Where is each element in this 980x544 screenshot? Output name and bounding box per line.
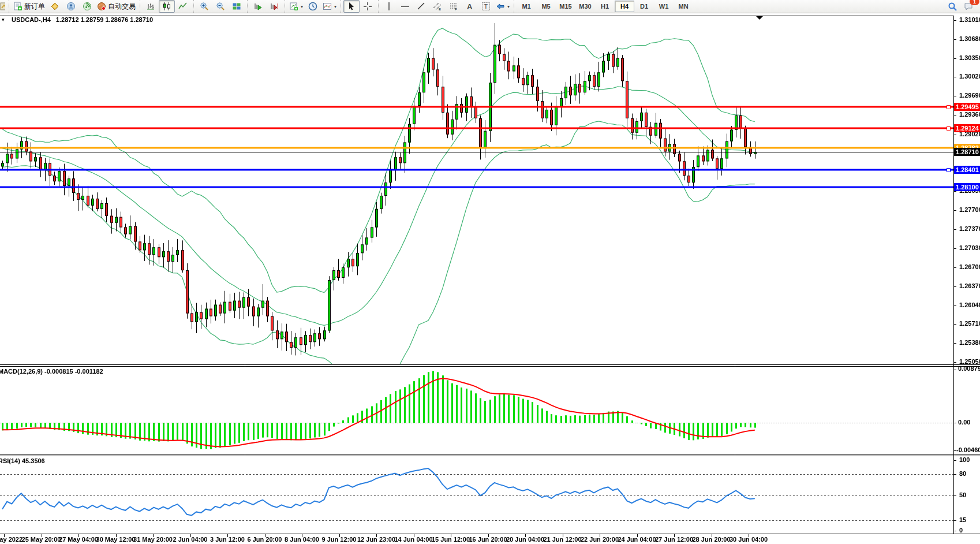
trendline-button[interactable] (413, 0, 429, 13)
auto-scroll-icon (253, 2, 263, 11)
price-axis-tick: 1.25380 (959, 339, 980, 346)
candlestick-chart-button[interactable] (159, 0, 175, 13)
timeframe-m30-button[interactable]: M30 (575, 1, 595, 12)
indicators-button[interactable]: ▾ (321, 0, 338, 13)
indicators-dropdown-arrow[interactable]: ▾ (334, 4, 336, 9)
macd-label: MACD(12,26,9) -0.000815 -0.001182 (0, 368, 103, 375)
price-axis-tick: 1.26700 (959, 263, 980, 270)
notifications-button[interactable]: 1 (960, 0, 977, 13)
terminal-window: 新订单 自动交易 (0, 0, 980, 544)
indicators-icon (323, 2, 332, 11)
time-axis-label: 25 May 20:00 (22, 536, 61, 543)
text-icon: A (465, 2, 474, 11)
time-axis-label: 12 Jun 23:00 (357, 536, 395, 543)
shapes-button[interactable]: ▾ (494, 0, 511, 13)
price-axis-tick: 1.27370 (959, 225, 980, 232)
clock-button[interactable] (305, 0, 321, 13)
timeframe-m5-button[interactable]: M5 (536, 1, 556, 12)
zoom-out-icon (216, 2, 225, 11)
price-axis-tick: 1.30350 (959, 54, 980, 61)
crosshair-button[interactable] (360, 0, 376, 13)
rsi-axis-tick: 0 (959, 527, 963, 534)
new-chart-button[interactable]: ▾ (287, 0, 305, 13)
signals-button[interactable] (79, 0, 95, 13)
text-button[interactable]: A (462, 0, 478, 13)
chart-title: USDCAD-,H41.28712 1.28759 1.28676 1.2871… (12, 16, 153, 23)
horizontal-line-icon (401, 2, 410, 11)
time-axis-label: 30 Jun 04:00 (730, 536, 768, 543)
macd-name: MACD(12,26,9) (0, 368, 43, 375)
rsi-axis-tick: 100 (959, 456, 970, 463)
price-line-label: 1.28100 (954, 183, 980, 191)
timeframe-d1-button[interactable]: D1 (634, 1, 654, 12)
bar-chart-icon (146, 2, 155, 11)
equidistant-channel-button[interactable]: E (429, 0, 446, 13)
bar-chart-button[interactable] (143, 0, 159, 13)
macd-axis-tick: 0.00 (958, 419, 970, 426)
text-label-button[interactable]: T (478, 0, 494, 13)
zoom-in-button[interactable] (196, 0, 212, 13)
gold-diamond-icon (50, 2, 59, 11)
cursor-button[interactable] (343, 0, 360, 13)
tile-windows-button[interactable] (229, 0, 245, 13)
macd-axis-tick: 0.008791 (958, 365, 980, 372)
price-axis-tick: 1.26370 (959, 282, 980, 289)
auto-scroll-button[interactable] (250, 0, 266, 13)
svg-text:E: E (439, 8, 441, 11)
time-axis-label: 22 Jun 20:00 (581, 536, 619, 543)
timeframe-h4-button[interactable]: H4 (615, 1, 634, 12)
chart-shift-button[interactable] (266, 0, 282, 13)
vertical-line-icon (384, 2, 394, 11)
toolbar-group-trade: 新订单 自动交易 (9, 0, 140, 13)
horizontal-line-button[interactable] (397, 0, 413, 13)
timeframe-m1-button[interactable]: M1 (517, 1, 536, 12)
new-order-icon (13, 2, 23, 11)
price-axis-tick: 1.25050 (959, 358, 980, 365)
community-button[interactable] (63, 0, 79, 13)
fibonacci-button[interactable]: F (446, 0, 462, 13)
price-line-label: 1.29124 (954, 124, 980, 132)
toolbar-group-cut (0, 0, 9, 13)
time-axis-label: 14 Jun 04:00 (394, 536, 432, 543)
new-chart-dropdown-arrow[interactable]: ▾ (301, 4, 303, 9)
chart-context-arrow-icon[interactable]: ▾ (2, 17, 5, 23)
line-chart-button[interactable] (175, 0, 191, 13)
rsi-name: RSI(14) (0, 457, 20, 464)
gold-button[interactable] (47, 0, 63, 13)
price-axis-tick: 1.30680 (959, 35, 980, 42)
time-axis-label: 6 Jun 20:00 (248, 536, 282, 543)
vertical-line-button[interactable] (381, 0, 397, 13)
rsi-axis-tick: 50 (959, 491, 966, 498)
toolbar-group-timeframes: M1 M5 M15 M30 H1 H4 D1 W1 MN (514, 0, 695, 13)
timeframe-mn-button[interactable]: MN (674, 1, 693, 12)
toolbar-group-charttype (140, 0, 193, 13)
time-axis-label: 27 Jun 12:00 (655, 536, 693, 543)
timeframe-h1-button[interactable]: H1 (595, 1, 615, 12)
cursor-arrow-icon (347, 2, 356, 11)
clock-icon (308, 2, 317, 11)
autotrading-button[interactable]: 自动交易 (95, 0, 137, 13)
time-axis-label: 24 Jun 04:00 (618, 536, 656, 543)
search-button[interactable] (944, 0, 960, 13)
equidistant-channel-icon: E (433, 2, 442, 11)
time-axis-label: 28 Jun 20:00 (692, 536, 730, 543)
zoom-out-button[interactable] (212, 0, 229, 13)
shapes-arrows-icon (496, 2, 505, 11)
shapes-dropdown-arrow[interactable]: ▾ (507, 4, 510, 9)
time-axis-label: 16 Jun 20:00 (469, 536, 507, 543)
time-axis-label: 31 May 20:00 (133, 536, 173, 543)
time-axis-label: 3 Jun 12:00 (210, 536, 245, 543)
tile-windows-icon (232, 2, 241, 11)
new-chart-icon (289, 2, 298, 11)
price-axis-tick: 1.27030 (959, 244, 980, 251)
new-order-label: 新订单 (24, 2, 45, 12)
timeframe-m15-button[interactable]: M15 (556, 1, 575, 12)
timeframe-w1-button[interactable]: W1 (654, 1, 674, 12)
chart-shift-icon (270, 2, 279, 11)
new-order-button[interactable]: 新订单 (12, 0, 47, 13)
time-axis-label: 2 Jun 04:00 (173, 536, 208, 543)
line-chart-icon (178, 2, 188, 11)
svg-text:T: T (484, 3, 488, 10)
current-price-label: 1.28710 (954, 148, 980, 156)
chart-canvas[interactable] (0, 0, 980, 544)
